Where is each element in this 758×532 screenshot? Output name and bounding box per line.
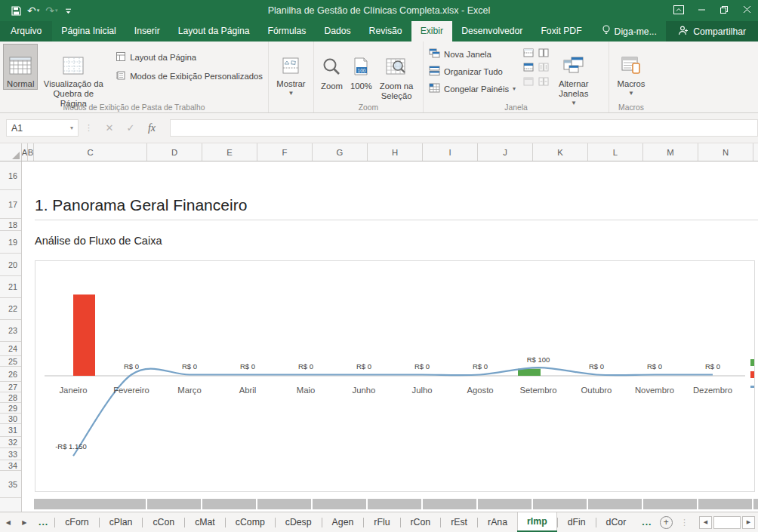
cash-flow-chart[interactable]: -R$ 1.150R$ 0R$ 0R$ 0R$ 0R$ 0R$ 0R$ 0R$ … bbox=[35, 260, 755, 492]
row-header-23[interactable]: 23 bbox=[0, 320, 21, 342]
split-button[interactable] bbox=[522, 48, 535, 58]
page-layout-view-button[interactable]: Layout da Página bbox=[113, 50, 265, 65]
column-header-l[interactable]: L bbox=[588, 143, 643, 161]
ribbon-tab-formulas[interactable]: Fórmulas bbox=[259, 21, 316, 42]
show-dropdown-button[interactable]: Mostrar ▼ bbox=[273, 44, 309, 97]
row-header-21[interactable]: 21 bbox=[0, 276, 21, 298]
sheet-tab-cdesp[interactable]: cDesp bbox=[276, 512, 322, 532]
row-header-16[interactable]: 16 bbox=[0, 161, 21, 190]
line-series-saldo[interactable] bbox=[73, 367, 713, 456]
redo-button[interactable]: ↷▾ bbox=[43, 2, 60, 20]
column-header-i[interactable]: I bbox=[423, 143, 478, 161]
sheet-content[interactable]: 1. Panorama Geral Financeiro Análise do … bbox=[22, 161, 758, 512]
sheet-tab-agen[interactable]: Agen bbox=[322, 512, 364, 532]
row-header-30[interactable]: 30 bbox=[0, 414, 21, 424]
sheet-tab-dcor[interactable]: dCor bbox=[596, 512, 636, 532]
switch-windows-button[interactable]: Alternar Janelas ▼ bbox=[555, 44, 593, 107]
row-header-32[interactable]: 32 bbox=[0, 437, 21, 448]
bar-setembro-barras-verdes[interactable] bbox=[518, 369, 541, 376]
ribbon-tab-desenvolvedor[interactable]: Desenvolvedor bbox=[452, 21, 532, 42]
undo-dropdown-caret[interactable]: ▾ bbox=[37, 8, 40, 14]
insert-function-button[interactable]: fx bbox=[141, 122, 162, 134]
sheet-nav-right-button[interactable]: ▶ bbox=[16, 512, 32, 532]
restore-button[interactable] bbox=[713, 0, 735, 21]
hide-window-button[interactable] bbox=[522, 63, 535, 72]
row-header-29[interactable]: 29 bbox=[0, 403, 21, 414]
arrange-all-button[interactable]: Organizar Tudo bbox=[427, 64, 518, 78]
page-break-preview-button[interactable]: Visualização da Quebra de Página bbox=[38, 44, 109, 109]
sheet-tabs-overflow-left[interactable]: ... bbox=[32, 512, 54, 532]
zoom-to-selection-button[interactable]: Zoom na Seleção bbox=[376, 45, 418, 102]
column-header-k[interactable]: K bbox=[533, 143, 588, 161]
scroll-right-button[interactable]: ▶ bbox=[742, 516, 755, 529]
sheet-tab-cmat[interactable]: cMat bbox=[185, 512, 225, 532]
unhide-window-button[interactable] bbox=[522, 77, 535, 87]
row-header-31[interactable]: 31 bbox=[0, 424, 21, 437]
minimize-button[interactable] bbox=[690, 0, 713, 21]
close-button[interactable] bbox=[735, 0, 758, 21]
normal-view-button[interactable]: Normal bbox=[3, 44, 38, 90]
row-header-19[interactable]: 19 bbox=[0, 231, 21, 254]
scroll-left-button[interactable]: ◀ bbox=[699, 516, 712, 529]
column-header-c[interactable]: C bbox=[34, 143, 147, 161]
ribbon-tab-dados[interactable]: Dados bbox=[315, 21, 359, 42]
sheet-tab-ccomp[interactable]: cComp bbox=[226, 512, 275, 532]
sheet-tab-cplan[interactable]: cPlan bbox=[100, 512, 143, 532]
freeze-panes-button[interactable]: Congelar Painéis ▾ bbox=[427, 81, 518, 96]
save-button[interactable] bbox=[9, 2, 23, 20]
column-header-f[interactable]: F bbox=[257, 143, 313, 161]
sheet-tab-cforn[interactable]: cForn bbox=[55, 512, 98, 532]
sheet-tabs-overflow-right[interactable]: ... bbox=[636, 512, 658, 532]
column-header-h[interactable]: H bbox=[368, 143, 423, 161]
ribbon-tab-pagina-inicial[interactable]: Página Inicial bbox=[52, 21, 125, 42]
select-all-button[interactable] bbox=[0, 143, 22, 161]
formula-input[interactable] bbox=[170, 119, 758, 137]
ribbon-tab-layout-da-pagina[interactable]: Layout da Página bbox=[169, 21, 259, 42]
new-window-button[interactable]: Nova Janela bbox=[427, 47, 518, 61]
share-button[interactable]: Compartilhar bbox=[666, 21, 758, 42]
view-side-by-side-button[interactable] bbox=[538, 48, 550, 58]
ribbon-tab-foxit-pdf[interactable]: Foxit PDF bbox=[532, 21, 590, 42]
ribbon-tab-arquivo[interactable]: Arquivo bbox=[0, 21, 52, 42]
row-header-20[interactable]: 20 bbox=[0, 254, 21, 276]
row-header-24[interactable]: 24 bbox=[0, 342, 21, 356]
sheet-tab-ccon[interactable]: cCon bbox=[143, 512, 184, 532]
zoom-100-button[interactable]: 100 100% bbox=[347, 45, 376, 92]
sheet-tab-rana[interactable]: rAna bbox=[478, 512, 517, 532]
row-header-22[interactable]: 22 bbox=[0, 298, 21, 320]
row-header-17[interactable]: 17 bbox=[0, 190, 21, 219]
column-header-b[interactable]: B bbox=[28, 143, 34, 161]
row-header-26[interactable]: 26 bbox=[0, 367, 21, 382]
column-header-e[interactable]: E bbox=[202, 143, 257, 161]
column-header-a[interactable]: A bbox=[22, 143, 28, 161]
sheet-tab-rflu[interactable]: rFlu bbox=[364, 512, 399, 532]
row-header-25[interactable]: 25 bbox=[0, 356, 21, 367]
row-header-28[interactable]: 28 bbox=[0, 392, 21, 403]
column-header-j[interactable]: J bbox=[478, 143, 533, 161]
new-sheet-button[interactable]: + bbox=[658, 512, 674, 532]
row-header-35[interactable]: 35 bbox=[0, 471, 21, 498]
reset-window-position-button[interactable] bbox=[538, 77, 550, 87]
customize-quick-access-button[interactable] bbox=[62, 2, 75, 20]
sheet-tab-dfin[interactable]: dFin bbox=[558, 512, 596, 532]
name-box[interactable]: A1 ▾ bbox=[6, 119, 79, 137]
bar-janeiro-barras-vermelhas[interactable] bbox=[73, 294, 95, 376]
row-header-33[interactable]: 33 bbox=[0, 448, 21, 460]
sheet-tab-rimp[interactable]: rImp bbox=[517, 512, 557, 532]
tell-me-box[interactable]: Diga-me... bbox=[594, 21, 664, 42]
column-header-d[interactable]: D bbox=[147, 143, 202, 161]
macros-button[interactable]: Macros ▼ bbox=[613, 44, 649, 97]
column-header-n[interactable]: N bbox=[698, 143, 753, 161]
column-header-m[interactable]: M bbox=[643, 143, 698, 161]
row-header-27[interactable]: 27 bbox=[0, 382, 21, 392]
sheet-tab-rcon[interactable]: rCon bbox=[401, 512, 441, 532]
scroll-thumb[interactable] bbox=[713, 516, 741, 529]
ribbon-tab-exibir[interactable]: Exibir bbox=[411, 21, 452, 42]
name-box-caret[interactable]: ▾ bbox=[70, 125, 73, 131]
row-header-18[interactable]: 18 bbox=[0, 219, 21, 231]
row-header-34[interactable]: 34 bbox=[0, 460, 21, 471]
column-header-g[interactable]: G bbox=[313, 143, 368, 161]
sheet-tab-rest[interactable]: rEst bbox=[441, 512, 477, 532]
synchronous-scrolling-button[interactable] bbox=[538, 63, 550, 72]
ribbon-display-options-button[interactable] bbox=[667, 0, 690, 21]
